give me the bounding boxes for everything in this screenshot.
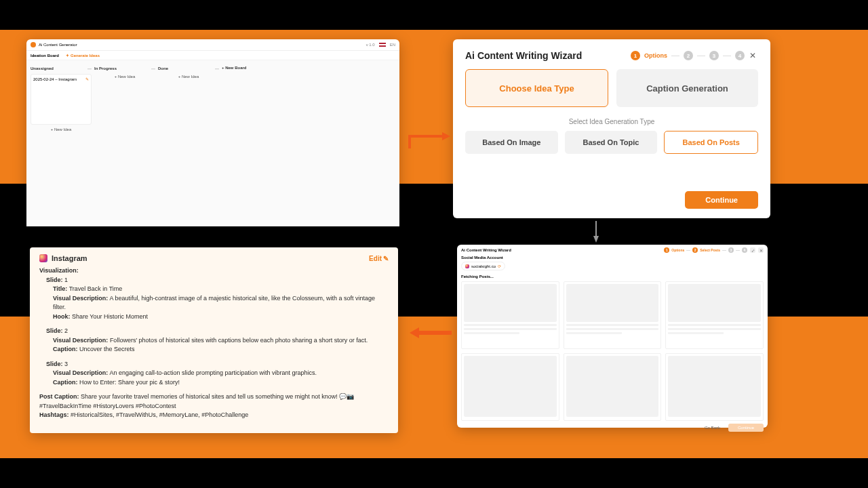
step-3-dot: 3 xyxy=(709,51,719,60)
post-caption: Share your favorite travel memories of h… xyxy=(39,393,354,409)
new-board-button[interactable]: + New Board xyxy=(222,66,247,70)
step-1-label: Options xyxy=(671,248,684,252)
tab-caption-generation[interactable]: Caption Generation xyxy=(616,69,758,107)
step-4-dot: 4 xyxy=(742,247,747,253)
new-idea-button[interactable]: + New Idea xyxy=(31,125,92,134)
col-menu-icon[interactable]: ⋯ xyxy=(215,66,219,70)
post-skeleton xyxy=(564,353,662,421)
expand-icon[interactable]: ⤢ xyxy=(750,247,755,253)
fetching-label: Fetching Posts... xyxy=(461,274,764,279)
account-chip[interactable]: socialsight.co ⟳ xyxy=(461,262,505,270)
slide-1-num: 1 xyxy=(64,277,68,283)
platform-label: Instagram xyxy=(52,254,87,262)
close-icon[interactable]: ✕ xyxy=(747,50,758,61)
wizard-title: Ai Content Writing Wizard xyxy=(461,248,511,252)
slide-2-num: 2 xyxy=(64,327,68,334)
option-based-on-posts[interactable]: Based On Posts xyxy=(664,131,758,154)
slide-2-vd: Followers' photos of historical sites wi… xyxy=(110,337,368,344)
continue-button-disabled: Continue xyxy=(728,424,764,432)
option-based-on-topic[interactable]: Based On Topic xyxy=(565,131,658,154)
new-idea-button[interactable]: + New Idea xyxy=(158,72,219,81)
step-1-dot: 1 xyxy=(664,247,669,253)
column-done: Done⋯ + New Idea xyxy=(158,64,219,222)
account-name: socialsight.co xyxy=(471,264,496,268)
go-back-button[interactable]: Go Back xyxy=(701,424,724,432)
close-icon[interactable]: ✕ xyxy=(758,247,764,253)
option-based-on-image[interactable]: Based On Image xyxy=(465,131,558,154)
flow-arrow-3 xyxy=(410,325,453,340)
wizard-title: Ai Content Writing Wizard xyxy=(465,50,582,61)
step-1-dot: 1 xyxy=(631,51,640,60)
hashtags: #HistoricalSites, #TravelWithUs, #Memory… xyxy=(71,411,248,418)
posts-grid xyxy=(461,281,764,421)
pencil-icon: ✎ xyxy=(383,255,389,262)
post-skeleton xyxy=(461,353,559,421)
col-title-inprogress: In Progress xyxy=(94,66,117,70)
slide-3-caption: How to Enter: Share your pic & story! xyxy=(79,379,180,386)
post-skeleton xyxy=(564,281,662,349)
visualization-label: Visualization: xyxy=(39,267,79,274)
post-skeleton xyxy=(665,353,764,421)
app-logo-icon xyxy=(31,42,36,47)
pencil-icon[interactable]: ✎ xyxy=(85,77,89,81)
step-2-label: Select Posts xyxy=(700,248,720,252)
app-lang[interactable]: EN xyxy=(390,43,395,47)
col-menu-icon[interactable]: ⋯ xyxy=(87,66,92,70)
post-skeleton xyxy=(665,281,764,349)
instagram-icon xyxy=(39,254,47,262)
column-in-progress: In Progress⋯ + New Idea xyxy=(94,64,155,222)
column-unassigned: Unassigned⋯ 2025-02-24 – Instagram ✎ + N… xyxy=(31,64,92,222)
wizard-steps: 1Options 2Select Posts 3 4 xyxy=(664,247,747,253)
app-title: Ai Content Generator xyxy=(39,43,77,47)
board-title: Ideation Board xyxy=(31,54,59,58)
ideation-board-panel: Ai Content Generator v 1.0 EN Ideation B… xyxy=(26,39,399,223)
slide-3-num: 3 xyxy=(64,361,68,367)
step-1-label: Options xyxy=(644,52,667,59)
slide-2-caption: Uncover the Secrets xyxy=(79,346,135,352)
slide-1-title: Travel Back in Time xyxy=(69,285,123,292)
card-title: 2025-02-24 – Instagram xyxy=(33,77,77,81)
instagram-icon xyxy=(465,264,469,268)
sparkle-icon: ✦ xyxy=(66,53,69,58)
select-type-label: Select Idea Generation Type xyxy=(465,118,758,125)
idea-card[interactable]: 2025-02-24 – Instagram ✎ xyxy=(31,74,92,125)
col-title-done: Done xyxy=(158,66,168,70)
slide-3-vd: An engaging call-to-action slide prompti… xyxy=(109,369,317,376)
flow-arrow-1 xyxy=(408,131,452,150)
flow-arrow-2 xyxy=(593,221,599,243)
refresh-icon[interactable]: ⟳ xyxy=(498,264,501,268)
step-4-dot: 4 xyxy=(735,51,745,60)
continue-button[interactable]: Continue xyxy=(685,191,758,209)
generate-ideas-button[interactable]: ✦ Generate Ideas xyxy=(66,53,100,58)
step-3-dot: 3 xyxy=(728,247,734,253)
instagram-content-panel: Instagram Edit ✎ Visualization: Slide: 1… xyxy=(30,247,398,433)
col-menu-icon[interactable]: ⋯ xyxy=(151,66,155,70)
wizard-steps: 1 Options 2 3 4 xyxy=(631,51,745,60)
wizard-select-posts-panel: Ai Content Writing Wizard 1Options 2Sele… xyxy=(457,245,768,428)
step-2-dot: 2 xyxy=(684,51,693,60)
col-title-unassigned: Unassigned xyxy=(31,66,54,70)
wizard-options-panel: Ai Content Writing Wizard 1 Options 2 3 … xyxy=(453,39,770,218)
slide-1-hook: Share Your Historic Moment xyxy=(72,313,148,320)
post-skeleton xyxy=(461,281,559,349)
app-version: v 1.0 xyxy=(366,43,375,47)
new-idea-button[interactable]: + New Idea xyxy=(94,72,155,81)
edit-button[interactable]: Edit ✎ xyxy=(369,255,389,262)
step-2-dot: 2 xyxy=(692,247,698,253)
tab-choose-idea-type[interactable]: Choose Idea Type xyxy=(465,69,608,107)
flag-icon xyxy=(379,43,386,47)
